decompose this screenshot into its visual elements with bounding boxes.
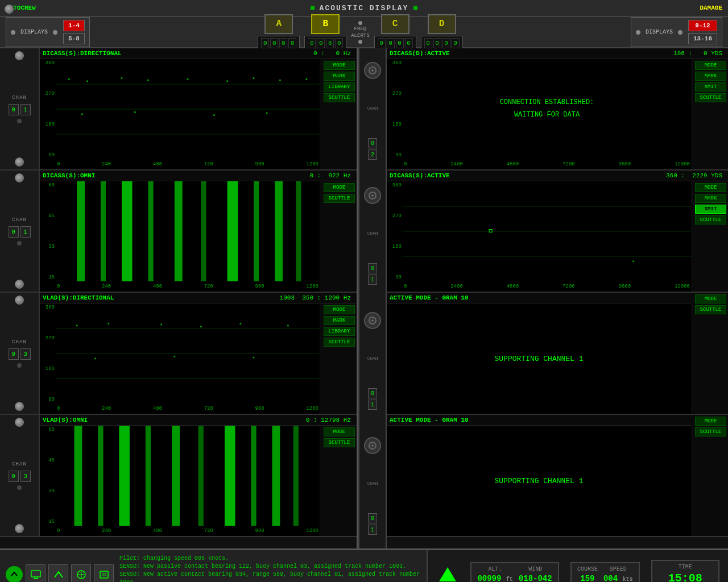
center-spinner-0-r3[interactable]: 0 [368, 388, 377, 398]
library-btn-3[interactable]: LIBRARY [324, 327, 355, 336]
display-btn-9-12[interactable]: 9-12 [688, 20, 717, 31]
channel-tab-a[interactable]: A [264, 14, 293, 34]
plot-area-1 [56, 59, 320, 159]
channel-tab-d[interactable]: D [428, 14, 456, 34]
svg-rect-19 [122, 181, 133, 281]
time-label: TIME [679, 564, 692, 570]
mode-btn-2[interactable]: MODE [324, 183, 355, 192]
scuttle-btn-1[interactable]: SCUTTLE [324, 93, 355, 102]
svg-point-57 [371, 444, 374, 447]
svg-point-4 [86, 80, 88, 82]
alt-label: ALT. [489, 566, 502, 572]
center-spinner-1-r4[interactable]: 1 [368, 525, 377, 535]
chan-dot-1 [17, 119, 22, 123]
sensor-header-4: VLAD(S):OMNI 0 : 12798 Hz [40, 415, 357, 426]
right-panel: DICASS(D):ACTIVE 186 : 0 YDS 360 270 180… [387, 48, 728, 548]
center-chan-label-3: CHAN [367, 356, 378, 361]
display-btn-1-4[interactable]: 1-4 [63, 20, 85, 31]
mark-btn-1[interactable]: MARK [324, 72, 355, 81]
svg-point-12 [81, 113, 83, 115]
screw-3 [15, 296, 24, 305]
center-chan-label-4: CHAN [367, 481, 378, 486]
sensor-content-2: DICASS(S):OMNI 0 : 922 Hz 60 45 30 15 [40, 171, 357, 292]
svg-rect-46 [225, 426, 235, 526]
mode-btn-4[interactable]: MODE [324, 427, 355, 436]
y-axis-3: 360 270 180 90 [40, 304, 56, 404]
status-icon-target[interactable] [71, 564, 91, 582]
btn-col-4: MODE SCUTTLE [320, 426, 357, 536]
center-spinner-0-r4[interactable]: 0 [368, 513, 377, 523]
sensor-plot-3: 360 270 180 90 [40, 304, 320, 414]
display-dot-right [53, 30, 57, 35]
sensor-content-r4: ACTIVE MODE - GRAM 10 SUPPORTING CHANNEL… [387, 415, 691, 536]
main-title: ACOUSTIC DISPLAY [311, 4, 418, 13]
center-spinner-0-r2[interactable]: 0 [368, 263, 377, 273]
mark-btn-r1[interactable]: MARK [695, 72, 726, 81]
svg-point-7 [187, 78, 189, 80]
svg-point-15 [266, 113, 268, 114]
chan-spinner-2-1[interactable]: 1 [20, 226, 31, 238]
chan-spinner-3-1[interactable]: 3 [20, 348, 31, 360]
x-axis-r2: 0 2400 4800 7200 9600 12000 [403, 281, 691, 292]
display-btn-13-16[interactable]: 13-16 [688, 33, 717, 44]
center-chan-label-1: CHAN [367, 106, 378, 111]
y-axis-2: 60 45 30 15 [40, 181, 56, 281]
center-spinner-1-r3[interactable]: 1 [368, 400, 377, 410]
x-axis-4: 0 240 480 720 960 1200 [56, 526, 320, 536]
chan-spinner-4-1[interactable]: 3 [20, 471, 31, 482]
svg-point-5 [121, 77, 123, 79]
btn-col-r3: MODE SCUTTLE [691, 293, 728, 414]
sensor-header-3: VLAD(S):DIRECTIONAL 1003 350 : 1200 Hz [40, 293, 357, 304]
status-icon-list[interactable] [94, 564, 114, 582]
sensor-freq-2: 0 : 922 Hz [309, 172, 351, 179]
y-axis-r2: 360 270 180 90 [387, 181, 403, 281]
scuttle-btn-r1[interactable]: SCUTTLE [695, 93, 726, 102]
center-spinner-1-2[interactable]: 2 [368, 149, 377, 160]
display-btn-5-8[interactable]: 5-8 [63, 33, 85, 44]
status-msg-r1: CONNECTION ESTABLISHED:WAITING FOR DATA [500, 97, 594, 121]
mode-btn-r2[interactable]: MODE [695, 183, 726, 192]
mark-btn-r2[interactable]: MARK [695, 194, 726, 203]
scuttle-btn-4[interactable]: SCUTTLE [324, 438, 355, 447]
scuttle-btn-r4[interactable]: SCUTTLE [695, 427, 726, 436]
btn-col-2: MODE SCUTTLE [320, 181, 357, 292]
mark-btn-3[interactable]: MARK [324, 316, 355, 325]
chan-spinner-2-0[interactable]: 0 [9, 226, 19, 238]
channel-tab-b[interactable]: B [311, 14, 340, 34]
sensor-title-4: VLAD(S):OMNI [43, 417, 88, 423]
scuttle-btn-r2[interactable]: SCUTTLE [695, 215, 726, 225]
x-axis-r1: 0 2400 4800 7200 9600 12000 [403, 159, 691, 169]
xmit-btn-r1[interactable]: XMIT [695, 82, 726, 92]
chan-spinner-1-0[interactable]: 0 [9, 104, 19, 115]
mode-btn-3[interactable]: MODE [324, 305, 355, 314]
center-spinner-1-r2[interactable]: 1 [368, 275, 377, 285]
chan-spinner-4-0[interactable]: 0 [9, 471, 19, 482]
svg-point-39 [253, 357, 255, 359]
chan-spinner-1-1[interactable]: 1 [20, 104, 31, 115]
btn-col-1: MODE MARK LIBRARY SCUTTLE [320, 59, 357, 169]
mode-btn-1[interactable]: MODE [324, 61, 355, 70]
display-dot-r-right [678, 30, 682, 35]
svg-point-36 [287, 325, 289, 326]
scuttle-btn-3[interactable]: SCUTTLE [324, 338, 355, 347]
center-spinner-0-2[interactable]: 0 [368, 138, 377, 148]
mode-btn-r1[interactable]: MODE [695, 61, 726, 70]
title-dot-right [413, 6, 417, 10]
scuttle-btn-r3[interactable]: SCUTTLE [695, 305, 726, 314]
status-icon-bird[interactable] [48, 564, 68, 582]
center-chan-spinner-2: 0 1 [368, 263, 377, 285]
nav-panel: ALT. 00999 ft WIND 018-042 COURSE 159 SP… [427, 550, 728, 582]
mode-btn-r4[interactable]: MODE [695, 417, 726, 426]
channel-tab-c[interactable]: C [381, 14, 410, 34]
xmit-btn-r2[interactable]: XMIT [695, 205, 726, 214]
status-icon-monitor[interactable] [26, 564, 46, 582]
library-btn-1[interactable]: LIBRARY [324, 82, 355, 92]
supporting-channel-1: SUPPORTING CHANNEL 1 [494, 355, 583, 363]
chan-spinner-3-0[interactable]: 0 [9, 348, 19, 360]
mode-btn-r3[interactable]: MODE [695, 294, 726, 304]
center-divider: CHAN 0 2 CHAN 0 1 CHAN 0 1 CHAN 0 1 [358, 48, 387, 548]
sensor-body-r1: 360 270 180 90 CONNECTION ESTABLISHED:WA… [387, 59, 728, 169]
svg-point-9 [253, 77, 255, 79]
sensor-title-3: VLAD(S):DIRECTIONAL [43, 294, 114, 301]
scuttle-btn-2[interactable]: SCUTTLE [324, 194, 355, 203]
